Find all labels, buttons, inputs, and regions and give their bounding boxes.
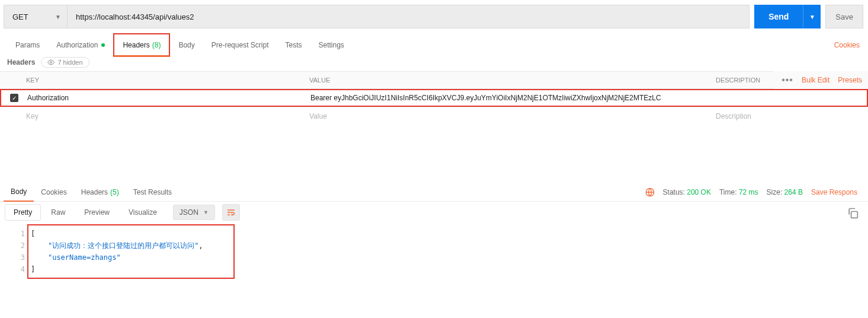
size-label: Size: 264 B bbox=[767, 188, 803, 196]
wrap-icon bbox=[226, 208, 236, 217]
copy-icon[interactable] bbox=[847, 207, 859, 219]
tab-headers[interactable]: Headers (8) bbox=[113, 33, 170, 57]
request-bar: GET ▼ https://localhost:44345/api/values… bbox=[0, 0, 868, 33]
header-key-cell[interactable]: Authorization bbox=[27, 94, 310, 102]
view-raw[interactable]: Raw bbox=[42, 204, 74, 221]
view-preview[interactable]: Preview bbox=[75, 204, 118, 221]
tab-tests[interactable]: Tests bbox=[277, 33, 310, 57]
resp-tab-headers[interactable]: Headers (5) bbox=[74, 183, 126, 202]
url-input[interactable]: https://localhost:44345/api/values2 bbox=[68, 5, 750, 28]
http-method-value: GET bbox=[12, 12, 28, 21]
cookies-link[interactable]: Cookies bbox=[834, 41, 863, 49]
line-number: 2 bbox=[7, 240, 31, 252]
status-label: Status: 200 OK bbox=[663, 188, 711, 196]
response-tabs: Body Cookies Headers (5) Test Results St… bbox=[0, 183, 868, 202]
response-section: Body Cookies Headers (5) Test Results St… bbox=[0, 183, 868, 279]
tab-prerequest[interactable]: Pre-request Script bbox=[203, 33, 277, 57]
column-value: VALUE bbox=[309, 77, 711, 84]
send-button[interactable]: Send bbox=[754, 5, 803, 28]
view-pretty[interactable]: Pretty bbox=[5, 204, 41, 221]
code-line: 2 "访问成功：这个接口登陆过的用户都可以访问", bbox=[28, 240, 233, 252]
hidden-count-label: 7 hidden bbox=[57, 59, 82, 66]
column-key: KEY bbox=[26, 77, 309, 84]
save-button[interactable]: Save bbox=[825, 5, 863, 28]
tab-body[interactable]: Body bbox=[170, 33, 203, 57]
tab-params[interactable]: Params bbox=[7, 33, 48, 57]
view-visualize[interactable]: Visualize bbox=[120, 204, 166, 221]
svg-rect-2 bbox=[851, 212, 858, 218]
language-dropdown[interactable]: JSON ▼ bbox=[173, 205, 215, 220]
send-button-group: Send ▼ bbox=[754, 5, 821, 28]
http-method-dropdown[interactable]: GET ▼ bbox=[4, 5, 68, 28]
wrap-lines-button[interactable] bbox=[222, 204, 240, 221]
headers-table: KEY VALUE DESCRIPTION ••• Bulk Edit Pres… bbox=[0, 71, 868, 125]
headers-label: Headers bbox=[7, 58, 35, 66]
send-dropdown-button[interactable]: ▼ bbox=[803, 5, 821, 28]
url-value: https://localhost:44345/api/values2 bbox=[76, 12, 194, 21]
header-desc-placeholder[interactable]: Description bbox=[711, 112, 868, 120]
resp-tab-cookies[interactable]: Cookies bbox=[34, 183, 73, 202]
header-value-cell[interactable]: Bearer eyJhbGciOiJIUzI1NiIsInR5cCI6IkpXV… bbox=[310, 94, 712, 102]
hidden-headers-toggle[interactable]: 7 hidden bbox=[41, 57, 89, 68]
line-number: 3 bbox=[7, 252, 31, 263]
time-label: Time: 72 ms bbox=[719, 188, 758, 196]
resp-tab-tests[interactable]: Test Results bbox=[126, 183, 179, 202]
code-line: 3 "userName=zhangs" bbox=[28, 252, 233, 263]
response-toolbar: Pretty Raw Preview Visualize JSON ▼ bbox=[0, 202, 868, 221]
resp-tab-body[interactable]: Body bbox=[4, 183, 34, 202]
code-line: 4 ] bbox=[28, 263, 233, 275]
header-row-empty[interactable]: Key Value Description bbox=[0, 107, 868, 125]
header-key-placeholder[interactable]: Key bbox=[26, 112, 309, 120]
response-meta: Status: 200 OK Time: 72 ms Size: 264 B S… bbox=[645, 187, 863, 197]
row-checkbox[interactable]: ✓ bbox=[10, 94, 18, 102]
response-body-highlight: 1 [ 2 "访问成功：这个接口登陆过的用户都可以访问", 3 "userNam… bbox=[27, 224, 235, 279]
headers-subheader: Headers 7 hidden bbox=[0, 57, 868, 71]
tab-settings[interactable]: Settings bbox=[310, 33, 353, 57]
header-value-placeholder[interactable]: Value bbox=[309, 112, 711, 120]
svg-point-0 bbox=[50, 62, 52, 63]
line-number: 4 bbox=[7, 263, 31, 275]
chevron-down-icon: ▼ bbox=[55, 14, 61, 20]
active-dot-icon bbox=[101, 43, 105, 47]
headers-table-header: KEY VALUE DESCRIPTION ••• Bulk Edit Pres… bbox=[0, 71, 868, 89]
more-options-icon[interactable]: ••• bbox=[781, 75, 793, 85]
line-number: 1 bbox=[7, 228, 31, 240]
bulk-edit-link[interactable]: Bulk Edit bbox=[802, 76, 829, 84]
presets-link[interactable]: Presets bbox=[838, 76, 862, 84]
chevron-down-icon: ▼ bbox=[809, 14, 815, 20]
request-tabs: Params Authorization Headers (8) Body Pr… bbox=[0, 33, 868, 57]
response-body: 1 [ 2 "访问成功：这个接口登陆过的用户都可以访问", 3 "userNam… bbox=[0, 221, 868, 279]
chevron-down-icon: ▼ bbox=[203, 209, 209, 215]
save-response-link[interactable]: Save Respons bbox=[811, 188, 857, 196]
tab-authorization[interactable]: Authorization bbox=[48, 33, 113, 57]
network-icon[interactable] bbox=[645, 187, 655, 197]
code-line: 1 [ bbox=[28, 228, 233, 240]
eye-icon bbox=[47, 59, 55, 66]
header-row-authorization[interactable]: ✓ Authorization Bearer eyJhbGciOiJIUzI1N… bbox=[0, 89, 868, 107]
